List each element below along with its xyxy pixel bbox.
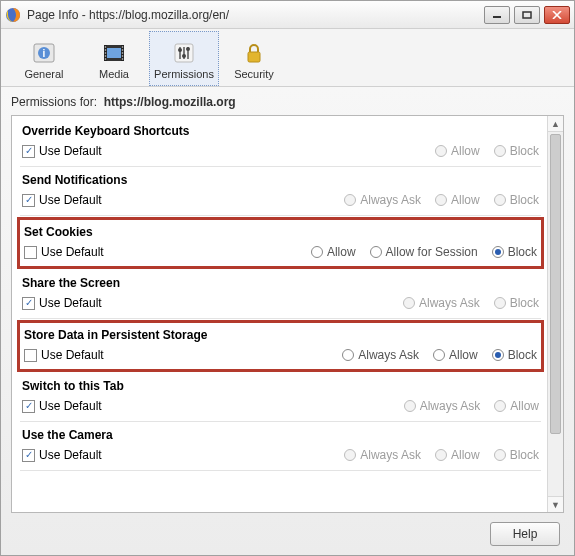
toolbar: i General Media Permissions Security xyxy=(1,29,574,87)
radio-label: Block xyxy=(510,144,539,158)
use-default-label: Use Default xyxy=(41,348,104,362)
radio-label: Always Ask xyxy=(358,348,419,362)
minimize-button[interactable] xyxy=(484,6,510,24)
tab-label: Permissions xyxy=(154,68,214,80)
tab-permissions[interactable]: Permissions xyxy=(149,31,219,86)
permission-title: Store Data in Persistent Storage xyxy=(24,328,537,342)
checkbox-icon: ✓ xyxy=(22,400,35,413)
radio-option-allow_for_session[interactable]: Allow for Session xyxy=(370,245,478,259)
close-button[interactable] xyxy=(544,6,570,24)
use-default-checkbox[interactable]: Use Default xyxy=(24,245,311,259)
radio-option-always_ask: Always Ask xyxy=(403,296,480,310)
radio-option-allow[interactable]: Allow xyxy=(311,245,356,259)
svg-point-11 xyxy=(105,49,107,51)
maximize-button[interactable] xyxy=(514,6,540,24)
radio-icon xyxy=(492,246,504,258)
permission-title: Use the Camera xyxy=(22,428,539,442)
svg-point-19 xyxy=(122,58,124,60)
radio-icon xyxy=(494,297,506,309)
radio-icon xyxy=(433,349,445,361)
radio-icon xyxy=(344,449,356,461)
radio-option-block: Block xyxy=(494,144,539,158)
tab-label: General xyxy=(24,68,63,80)
use-default-label: Use Default xyxy=(39,296,102,310)
permission-line: ✓Use DefaultAllowBlock xyxy=(22,144,539,158)
permission-title: Set Cookies xyxy=(24,225,537,239)
radio-icon xyxy=(494,400,506,412)
use-default-checkbox[interactable]: ✓Use Default xyxy=(22,399,404,413)
radio-icon xyxy=(311,246,323,258)
radio-icon xyxy=(494,145,506,157)
radio-option-always_ask: Always Ask xyxy=(404,399,481,413)
permission-options: Always AskBlock xyxy=(403,296,539,310)
radio-option-block[interactable]: Block xyxy=(492,245,537,259)
radio-label: Block xyxy=(510,193,539,207)
permission-title: Send Notifications xyxy=(22,173,539,187)
titlebar: Page Info - https://blog.mozilla.org/en/ xyxy=(1,1,574,29)
permissions-list: Override Keyboard Shortcuts✓Use DefaultA… xyxy=(11,115,564,513)
use-default-label: Use Default xyxy=(39,399,102,413)
use-default-checkbox[interactable]: ✓Use Default xyxy=(22,193,344,207)
use-default-checkbox[interactable]: Use Default xyxy=(24,348,342,362)
radio-label: Block xyxy=(510,448,539,462)
radio-option-block[interactable]: Block xyxy=(492,348,537,362)
scrollbar-thumb[interactable] xyxy=(550,134,561,434)
radio-option-allow: Allow xyxy=(435,448,480,462)
radio-option-always_ask[interactable]: Always Ask xyxy=(342,348,419,362)
tab-media[interactable]: Media xyxy=(79,31,149,86)
permissions-scroll[interactable]: Override Keyboard Shortcuts✓Use DefaultA… xyxy=(12,116,547,512)
use-default-checkbox[interactable]: ✓Use Default xyxy=(22,296,403,310)
radio-label: Block xyxy=(508,348,537,362)
firefox-icon xyxy=(5,7,21,23)
radio-option-allow: Allow xyxy=(435,144,480,158)
radio-option-allow[interactable]: Allow xyxy=(433,348,478,362)
radio-icon xyxy=(403,297,415,309)
radio-icon xyxy=(342,349,354,361)
use-default-checkbox[interactable]: ✓Use Default xyxy=(22,144,435,158)
page-info-window: Page Info - https://blog.mozilla.org/en/… xyxy=(0,0,575,556)
radio-icon xyxy=(404,400,416,412)
permission-options: Always AskAllowBlock xyxy=(342,348,537,362)
radio-label: Allow xyxy=(451,144,480,158)
svg-point-18 xyxy=(122,55,124,57)
radio-option-always_ask: Always Ask xyxy=(344,193,421,207)
svg-point-13 xyxy=(105,55,107,57)
radio-icon xyxy=(494,449,506,461)
permission-options: AllowBlock xyxy=(435,144,539,158)
checkbox-icon: ✓ xyxy=(22,145,35,158)
filmstrip-icon xyxy=(100,39,128,67)
radio-icon xyxy=(494,194,506,206)
svg-point-17 xyxy=(122,52,124,54)
permission-title: Override Keyboard Shortcuts xyxy=(22,124,539,138)
radio-icon xyxy=(435,194,447,206)
radio-option-block: Block xyxy=(494,296,539,310)
radio-option-block: Block xyxy=(494,193,539,207)
svg-rect-2 xyxy=(523,12,531,18)
tab-label: Security xyxy=(234,68,274,80)
permission-options: Always AskAllow xyxy=(404,399,539,413)
tab-security[interactable]: Security xyxy=(219,31,289,86)
radio-label: Allow xyxy=(510,399,539,413)
help-button[interactable]: Help xyxy=(490,522,560,546)
scroll-down-arrow[interactable]: ▼ xyxy=(548,496,563,512)
use-default-checkbox[interactable]: ✓Use Default xyxy=(22,448,344,462)
tab-general[interactable]: i General xyxy=(9,31,79,86)
svg-text:i: i xyxy=(43,48,46,59)
checkbox-icon xyxy=(24,349,37,362)
svg-point-25 xyxy=(182,54,186,58)
scrollbar[interactable]: ▲ ▼ xyxy=(547,116,563,512)
radio-label: Allow xyxy=(451,448,480,462)
radio-label: Allow xyxy=(327,245,356,259)
permission-row-store-data-persistent: Store Data in Persistent StorageUse Defa… xyxy=(17,320,544,372)
radio-label: Always Ask xyxy=(360,193,421,207)
permission-options: AllowAllow for SessionBlock xyxy=(311,245,537,259)
permission-line: ✓Use DefaultAlways AskAllowBlock xyxy=(22,193,539,207)
scroll-up-arrow[interactable]: ▲ xyxy=(548,116,563,132)
svg-point-15 xyxy=(122,46,124,48)
permission-line: ✓Use DefaultAlways AskAllowBlock xyxy=(22,448,539,462)
permissions-for-line: Permissions for: https://blog.mozilla.or… xyxy=(1,87,574,115)
use-default-label: Use Default xyxy=(39,448,102,462)
permission-line: ✓Use DefaultAlways AskAllow xyxy=(22,399,539,413)
tab-label: Media xyxy=(99,68,129,80)
radio-icon xyxy=(370,246,382,258)
